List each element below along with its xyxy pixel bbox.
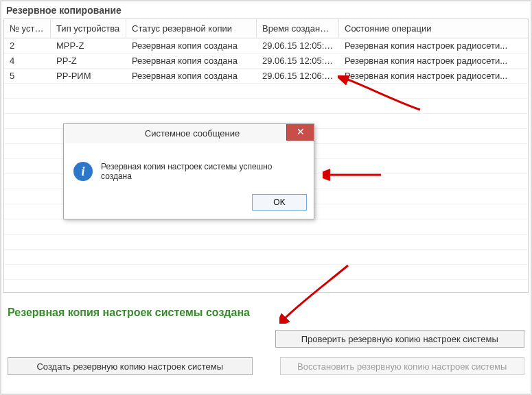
col-device-type[interactable]: Тип устройства	[51, 19, 126, 38]
button-row-2: Создать резервную копию настроек системы…	[3, 356, 529, 376]
cell-type: МРР-Z	[51, 38, 126, 53]
col-op-state[interactable]: Состояние операции	[339, 19, 528, 38]
panel-title: Резервное копирование	[3, 3, 529, 19]
system-message-dialog: Системное сообщение ✕ i Резервная копия …	[63, 123, 314, 219]
dialog-message: Резервная копия настроек системы успешно…	[101, 162, 304, 181]
cell-time: 29.06.15 12:05:59	[257, 53, 339, 68]
cell-num: 2	[4, 38, 51, 53]
cell-status: Резервная копия создана	[126, 69, 257, 83]
verify-backup-button[interactable]: Проверить резервную копию настроек систе…	[275, 330, 525, 348]
dialog-body: i Резервная копия настроек системы успеш…	[64, 143, 314, 191]
dialog-ok-button[interactable]: OK	[252, 194, 307, 211]
info-icon: i	[73, 162, 93, 181]
col-device-number[interactable]: № устр...	[4, 19, 51, 38]
dialog-title: Системное сообщение ✕	[64, 124, 314, 143]
dialog-title-text: Системное сообщение	[145, 128, 240, 139]
cell-time: 29.06.15 12:05:43	[257, 38, 339, 53]
status-success-text: Резервная копия настроек системы создана	[3, 304, 529, 322]
dialog-footer: OK	[64, 191, 314, 219]
cell-num: 5	[4, 69, 51, 83]
cell-state: Резервная копия настроек радиосети...	[339, 38, 528, 53]
cell-state: Резервная копия настроек радиосети...	[339, 53, 528, 68]
button-row-1: Проверить резервную копию настроек систе…	[3, 328, 529, 349]
cell-state: Резервная копия настроек радиосети...	[339, 69, 528, 83]
create-backup-button[interactable]: Создать резервную копию настроек системы	[8, 357, 253, 375]
cell-status: Резервная копия создана	[126, 53, 257, 68]
restore-backup-button: Восстановить резервную копию настроек си…	[280, 357, 525, 375]
close-icon: ✕	[297, 126, 305, 137]
col-backup-status[interactable]: Статус резервной копии	[126, 19, 257, 38]
cell-status: Резервная копия создана	[126, 38, 257, 53]
cell-type: РР-РИМ	[51, 69, 126, 83]
col-created-time[interactable]: Время создания...	[257, 19, 339, 38]
grid-header: № устр... Тип устройства Статус резервно…	[4, 19, 528, 38]
dialog-close-button[interactable]: ✕	[286, 124, 314, 141]
cell-num: 4	[4, 53, 51, 68]
table-row[interactable]: 4 РР-Z Резервная копия создана 29.06.15 …	[4, 53, 528, 69]
cell-type: РР-Z	[51, 53, 126, 68]
table-row[interactable]: 5 РР-РИМ Резервная копия создана 29.06.1…	[4, 69, 528, 84]
cell-time: 29.06.15 12:06:10	[257, 69, 339, 83]
table-row[interactable]: 2 МРР-Z Резервная копия создана 29.06.15…	[4, 38, 528, 53]
